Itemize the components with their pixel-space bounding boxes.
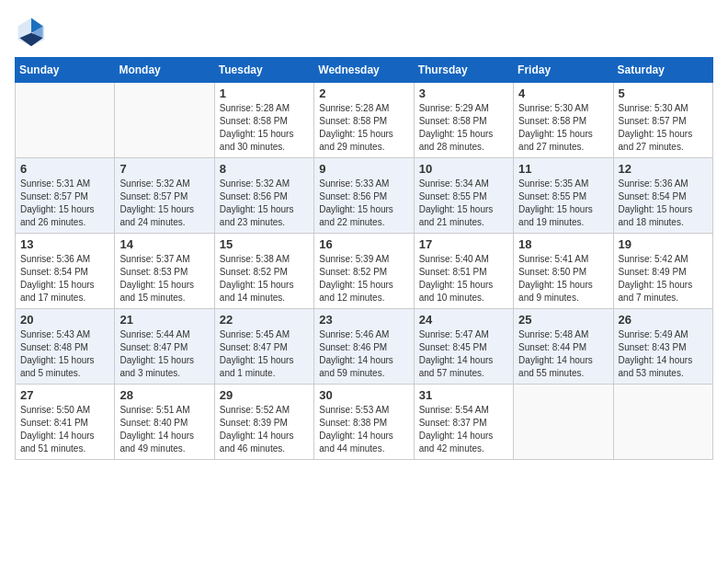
logo bbox=[15, 15, 51, 48]
calendar-cell: 24Sunrise: 5:47 AM Sunset: 8:45 PM Dayli… bbox=[414, 309, 513, 385]
weekday-header: Wednesday bbox=[314, 58, 414, 83]
day-info: Sunrise: 5:40 AM Sunset: 8:51 PM Dayligh… bbox=[419, 253, 508, 304]
day-info: Sunrise: 5:36 AM Sunset: 8:54 PM Dayligh… bbox=[20, 253, 109, 304]
day-number: 29 bbox=[220, 388, 309, 402]
day-number: 20 bbox=[20, 313, 109, 327]
day-number: 27 bbox=[20, 388, 109, 402]
calendar-cell: 26Sunrise: 5:49 AM Sunset: 8:43 PM Dayli… bbox=[613, 309, 712, 385]
day-info: Sunrise: 5:51 AM Sunset: 8:40 PM Dayligh… bbox=[119, 404, 209, 455]
day-number: 17 bbox=[419, 237, 508, 251]
day-number: 24 bbox=[419, 313, 508, 327]
calendar-cell bbox=[115, 83, 214, 158]
calendar-cell: 4Sunrise: 5:30 AM Sunset: 8:58 PM Daylig… bbox=[514, 83, 613, 158]
day-info: Sunrise: 5:42 AM Sunset: 8:49 PM Dayligh… bbox=[619, 253, 708, 304]
day-number: 21 bbox=[119, 313, 209, 327]
calendar-cell: 22Sunrise: 5:45 AM Sunset: 8:47 PM Dayli… bbox=[214, 309, 313, 385]
calendar-cell: 27Sunrise: 5:50 AM Sunset: 8:41 PM Dayli… bbox=[16, 385, 115, 460]
calendar-cell: 3Sunrise: 5:29 AM Sunset: 8:58 PM Daylig… bbox=[414, 83, 513, 158]
calendar-cell: 1Sunrise: 5:28 AM Sunset: 8:58 PM Daylig… bbox=[214, 83, 313, 158]
day-info: Sunrise: 5:33 AM Sunset: 8:56 PM Dayligh… bbox=[319, 178, 408, 229]
calendar-cell: 30Sunrise: 5:53 AM Sunset: 8:38 PM Dayli… bbox=[314, 385, 414, 460]
calendar-cell: 7Sunrise: 5:32 AM Sunset: 8:57 PM Daylig… bbox=[115, 158, 214, 234]
day-info: Sunrise: 5:38 AM Sunset: 8:52 PM Dayligh… bbox=[220, 253, 309, 304]
calendar-cell: 8Sunrise: 5:32 AM Sunset: 8:56 PM Daylig… bbox=[214, 158, 313, 234]
calendar-cell: 12Sunrise: 5:36 AM Sunset: 8:54 PM Dayli… bbox=[613, 158, 712, 234]
day-info: Sunrise: 5:28 AM Sunset: 8:58 PM Dayligh… bbox=[319, 102, 408, 154]
day-info: Sunrise: 5:32 AM Sunset: 8:56 PM Dayligh… bbox=[220, 178, 309, 229]
weekday-header: Sunday bbox=[16, 58, 115, 83]
day-number: 26 bbox=[619, 313, 708, 327]
calendar-cell: 17Sunrise: 5:40 AM Sunset: 8:51 PM Dayli… bbox=[414, 234, 513, 309]
calendar-cell: 29Sunrise: 5:52 AM Sunset: 8:39 PM Dayli… bbox=[214, 385, 313, 460]
day-info: Sunrise: 5:44 AM Sunset: 8:47 PM Dayligh… bbox=[119, 328, 209, 380]
day-info: Sunrise: 5:37 AM Sunset: 8:53 PM Dayligh… bbox=[119, 253, 209, 304]
day-info: Sunrise: 5:46 AM Sunset: 8:46 PM Dayligh… bbox=[319, 328, 408, 380]
day-info: Sunrise: 5:53 AM Sunset: 8:38 PM Dayligh… bbox=[319, 404, 408, 455]
day-number: 13 bbox=[20, 237, 109, 251]
calendar-week-row: 1Sunrise: 5:28 AM Sunset: 8:58 PM Daylig… bbox=[16, 83, 713, 158]
calendar-cell: 11Sunrise: 5:35 AM Sunset: 8:55 PM Dayli… bbox=[514, 158, 613, 234]
day-number: 12 bbox=[619, 162, 708, 176]
day-number: 28 bbox=[119, 388, 209, 402]
logo-icon bbox=[15, 15, 48, 48]
calendar-cell bbox=[514, 385, 613, 460]
day-number: 5 bbox=[619, 86, 708, 100]
calendar-cell: 20Sunrise: 5:43 AM Sunset: 8:48 PM Dayli… bbox=[16, 309, 115, 385]
calendar-week-row: 13Sunrise: 5:36 AM Sunset: 8:54 PM Dayli… bbox=[16, 234, 713, 309]
day-number: 8 bbox=[220, 162, 309, 176]
day-info: Sunrise: 5:47 AM Sunset: 8:45 PM Dayligh… bbox=[419, 328, 508, 380]
page-header bbox=[15, 15, 713, 48]
day-number: 15 bbox=[220, 237, 309, 251]
calendar-week-row: 6Sunrise: 5:31 AM Sunset: 8:57 PM Daylig… bbox=[16, 158, 713, 234]
calendar-cell bbox=[613, 385, 712, 460]
calendar-table: SundayMondayTuesdayWednesdayThursdayFrid… bbox=[15, 57, 713, 460]
day-info: Sunrise: 5:29 AM Sunset: 8:58 PM Dayligh… bbox=[419, 102, 508, 154]
day-number: 23 bbox=[319, 313, 408, 327]
weekday-header: Monday bbox=[115, 58, 214, 83]
day-number: 9 bbox=[319, 162, 408, 176]
calendar-cell: 2Sunrise: 5:28 AM Sunset: 8:58 PM Daylig… bbox=[314, 83, 414, 158]
day-info: Sunrise: 5:52 AM Sunset: 8:39 PM Dayligh… bbox=[220, 404, 309, 455]
day-number: 6 bbox=[20, 162, 109, 176]
calendar-cell: 10Sunrise: 5:34 AM Sunset: 8:55 PM Dayli… bbox=[414, 158, 513, 234]
day-number: 14 bbox=[119, 237, 209, 251]
calendar-cell: 23Sunrise: 5:46 AM Sunset: 8:46 PM Dayli… bbox=[314, 309, 414, 385]
day-number: 3 bbox=[419, 86, 508, 100]
calendar-week-row: 27Sunrise: 5:50 AM Sunset: 8:41 PM Dayli… bbox=[16, 385, 713, 460]
day-number: 1 bbox=[220, 86, 309, 100]
calendar-week-row: 20Sunrise: 5:43 AM Sunset: 8:48 PM Dayli… bbox=[16, 309, 713, 385]
day-info: Sunrise: 5:39 AM Sunset: 8:52 PM Dayligh… bbox=[319, 253, 408, 304]
day-info: Sunrise: 5:45 AM Sunset: 8:47 PM Dayligh… bbox=[220, 328, 309, 380]
calendar-cell: 31Sunrise: 5:54 AM Sunset: 8:37 PM Dayli… bbox=[414, 385, 513, 460]
day-number: 19 bbox=[619, 237, 708, 251]
day-number: 2 bbox=[319, 86, 408, 100]
day-info: Sunrise: 5:35 AM Sunset: 8:55 PM Dayligh… bbox=[518, 178, 608, 229]
day-info: Sunrise: 5:34 AM Sunset: 8:55 PM Dayligh… bbox=[419, 178, 508, 229]
day-number: 11 bbox=[518, 162, 608, 176]
day-number: 25 bbox=[518, 313, 608, 327]
calendar-cell: 25Sunrise: 5:48 AM Sunset: 8:44 PM Dayli… bbox=[514, 309, 613, 385]
calendar-cell: 21Sunrise: 5:44 AM Sunset: 8:47 PM Dayli… bbox=[115, 309, 214, 385]
calendar-cell: 5Sunrise: 5:30 AM Sunset: 8:57 PM Daylig… bbox=[613, 83, 712, 158]
day-info: Sunrise: 5:50 AM Sunset: 8:41 PM Dayligh… bbox=[20, 404, 109, 455]
day-info: Sunrise: 5:30 AM Sunset: 8:57 PM Dayligh… bbox=[619, 102, 708, 154]
weekday-header-row: SundayMondayTuesdayWednesdayThursdayFrid… bbox=[16, 58, 713, 83]
calendar-cell: 16Sunrise: 5:39 AM Sunset: 8:52 PM Dayli… bbox=[314, 234, 414, 309]
day-number: 7 bbox=[119, 162, 209, 176]
calendar-cell: 28Sunrise: 5:51 AM Sunset: 8:40 PM Dayli… bbox=[115, 385, 214, 460]
calendar-cell: 13Sunrise: 5:36 AM Sunset: 8:54 PM Dayli… bbox=[16, 234, 115, 309]
day-info: Sunrise: 5:32 AM Sunset: 8:57 PM Dayligh… bbox=[119, 178, 209, 229]
calendar-cell bbox=[16, 83, 115, 158]
day-number: 16 bbox=[319, 237, 408, 251]
day-info: Sunrise: 5:31 AM Sunset: 8:57 PM Dayligh… bbox=[20, 178, 109, 229]
weekday-header: Saturday bbox=[613, 58, 712, 83]
day-info: Sunrise: 5:43 AM Sunset: 8:48 PM Dayligh… bbox=[20, 328, 109, 380]
day-info: Sunrise: 5:30 AM Sunset: 8:58 PM Dayligh… bbox=[518, 102, 608, 154]
day-info: Sunrise: 5:54 AM Sunset: 8:37 PM Dayligh… bbox=[419, 404, 508, 455]
day-info: Sunrise: 5:49 AM Sunset: 8:43 PM Dayligh… bbox=[619, 328, 708, 380]
day-number: 18 bbox=[518, 237, 608, 251]
calendar-cell: 18Sunrise: 5:41 AM Sunset: 8:50 PM Dayli… bbox=[514, 234, 613, 309]
calendar-cell: 19Sunrise: 5:42 AM Sunset: 8:49 PM Dayli… bbox=[613, 234, 712, 309]
day-number: 10 bbox=[419, 162, 508, 176]
day-number: 31 bbox=[419, 388, 508, 402]
